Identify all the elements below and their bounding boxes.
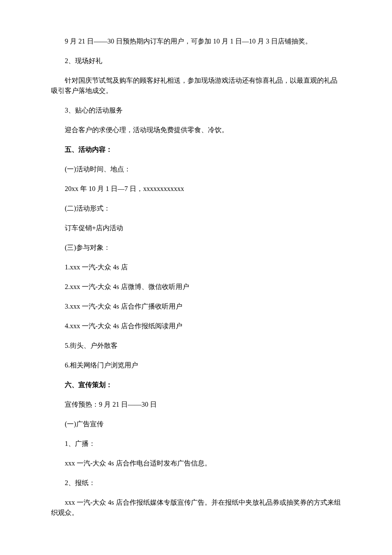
paragraph: 4.xxx 一汽-大众 4s 店合作报纸阅读用户 (51, 321, 341, 331)
paragraph: 3、贴心的活动服务 (51, 105, 341, 116)
paragraph: 9 月 21 日——30 日预热期内订车的用户，可参加 10 月 1 日—10 … (51, 36, 341, 46)
paragraph: xxx 一汽-大众 4s 店合作电台适时发布广告信息。 (51, 458, 341, 468)
paragraph: 1.xxx 一汽-大众 4s 店 (51, 262, 341, 272)
paragraph: 5.街头、户外散客 (51, 341, 341, 351)
paragraph: 宣传预热：9 月 21 日——30 日 (51, 399, 341, 410)
paragraph: 2、报纸： (51, 478, 341, 488)
paragraph: (一)广告宣传 (51, 419, 341, 429)
paragraph: (一)活动时间、地点： (51, 164, 341, 174)
paragraph: (三)参与对象： (51, 243, 341, 253)
section-heading-5: 五、活动内容： (51, 145, 341, 155)
paragraph: 2、现场好礼 (51, 56, 341, 66)
paragraph: 20xx 年 10 月 1 日—7 日，xxxxxxxxxxxx (51, 184, 341, 194)
document-page: 9 月 21 日——30 日预热期内订车的用户，可参加 10 月 1 日—10 … (0, 0, 392, 555)
paragraph: 迎合客户的求便心理，活动现场免费提供零食、冷饮。 (51, 125, 341, 135)
paragraph: xxx 一汽-大众 4s 店合作报纸媒体专版宣传广告。并在报纸中夹放礼品券或抽奖… (51, 497, 341, 518)
paragraph: 订车促销+店内活动 (51, 223, 341, 233)
section-heading-6: 六、宣传策划： (51, 380, 341, 390)
paragraph: 1、广播： (51, 439, 341, 449)
paragraph: 针对国庆节试驾及购车的顾客好礼相送，参加现场游戏活动还有惊喜礼品，以最直观的礼品… (51, 75, 341, 96)
paragraph: 6.相关网络门户浏览用户 (51, 360, 341, 370)
paragraph: (二)活动形式： (51, 203, 341, 214)
paragraph: 2.xxx 一汽-大众 4s 店微博、微信收听用户 (51, 282, 341, 292)
paragraph: 3.xxx 一汽-大众 4s 店合作广播收听用户 (51, 301, 341, 312)
